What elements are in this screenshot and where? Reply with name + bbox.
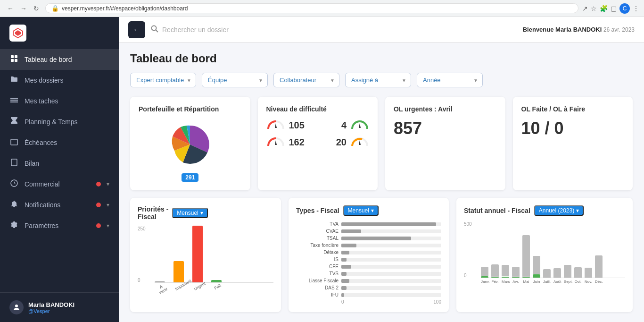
bar-dec — [595, 255, 603, 278]
svg-point-13 — [152, 25, 157, 30]
topbar: ← Rechercher un dossier Bienvenue Marla … — [119, 17, 644, 42]
bookmark-icon[interactable]: ☆ — [591, 3, 597, 14]
svg-marker-1 — [15, 30, 21, 36]
chart-statut-annuel: Statut annuel - Fiscal Annuel (2023) ▾ 5… — [456, 198, 633, 312]
user-info: Marla BANDOKI @Vesper — [28, 301, 74, 314]
hbar-liasse-fiscale: Liasse Fiscale — [296, 278, 441, 283]
pie-chart-container: 291 — [139, 119, 242, 182]
hbar-das2: DAS 2 — [296, 285, 441, 290]
sidebar-logo — [0, 17, 119, 49]
chart-priorities: Priorités -Fiscal Mensuel ▾ 250 0 — [130, 198, 281, 312]
sidebar-item-label: Planning & Temps — [25, 118, 109, 126]
commercial-icon — [9, 179, 19, 189]
hbar-taxe-fonciere: Taxe foncière — [296, 243, 441, 248]
ol-fait-value: 10 / 0 — [521, 119, 625, 138]
hbar-tvs: TVS — [296, 271, 441, 276]
address-bar[interactable]: 🔒 vesper.myvesper.fr/#/espace/obligation… — [45, 3, 578, 13]
pie-chart — [164, 119, 216, 170]
back-button[interactable]: ← — [128, 21, 145, 38]
chart-types-header: Types - Fiscal Mensuel ▾ — [296, 205, 441, 216]
sidebar-item-label: Commercial — [25, 180, 91, 188]
forward-nav-button[interactable]: → — [18, 4, 29, 13]
hbar-is: IS — [296, 257, 441, 262]
browser-bar: ← → ↻ 🔒 vesper.myvesper.fr/#/espace/obli… — [0, 0, 644, 17]
search-area[interactable]: Rechercher un dossier — [151, 25, 517, 34]
sidebar-item-parametres[interactable]: Paramètres ▾ — [0, 215, 119, 236]
hbar-chart: TVA CVAE TSAL Taxe foncière — [296, 221, 441, 305]
hbar-ifu: IFU — [296, 292, 441, 297]
browser-actions: ↗ ☆ 🧩 ▢ C ⋮ — [582, 3, 639, 14]
sidebar-item-mes-taches[interactable]: Mes taches — [0, 91, 119, 111]
filter-annee[interactable]: Année — [417, 73, 483, 87]
sidebar-item-echeances[interactable]: Échéances — [0, 132, 119, 153]
hbar-tsal: TSAL — [296, 236, 441, 241]
bar-mars — [502, 265, 509, 278]
svg-rect-6 — [10, 98, 18, 99]
bell-icon — [9, 200, 19, 210]
app-container: Tableau de bord Mes dossiers Mes taches — [0, 17, 644, 322]
extension-icon[interactable]: 🧩 — [600, 3, 608, 14]
svg-rect-8 — [10, 102, 18, 102]
filter-collaborateur[interactable]: Collaborateur — [273, 73, 339, 87]
types-mensuel-button[interactable]: Mensuel ▾ — [343, 205, 379, 216]
chart-types-title: Types - Fiscal — [296, 207, 339, 214]
bar-oct — [574, 267, 582, 278]
bar-avr — [512, 267, 520, 278]
search-icon — [151, 25, 158, 34]
svg-marker-18 — [275, 140, 277, 145]
logo-icon — [9, 25, 26, 42]
share-icon[interactable]: ↗ — [582, 3, 588, 14]
window-icon[interactable]: ▢ — [611, 3, 617, 14]
topbar-user-info: Bienvenue Marla BANDOKI 26 avr. 2023 — [523, 26, 635, 33]
sidebar-item-tableau-de-bord[interactable]: Tableau de bord — [0, 49, 119, 70]
filter-assigne-a[interactable]: Assigné à — [345, 73, 411, 87]
ol-urgentes-value: 857 — [394, 119, 497, 138]
filter-expert-comptable[interactable]: Expert comptable — [130, 73, 196, 87]
bar-juill — [543, 269, 551, 278]
priorities-chart-area: 250 0 — [138, 226, 273, 297]
x-axis-labels: A venir Important Urgent Fait — [155, 285, 273, 294]
card-ol-urgentes-title: OL urgentes : Avril — [394, 105, 497, 113]
main-content: ← Rechercher un dossier Bienvenue Marla … — [119, 17, 644, 322]
filters-row: Expert comptable Équipe Collaborateur As… — [130, 73, 633, 87]
annual-chart-area: 500 0 — [464, 221, 625, 292]
sidebar-item-mes-dossiers[interactable]: Mes dossiers — [0, 70, 119, 91]
priorities-mensuel-button[interactable]: Mensuel ▾ — [172, 208, 207, 218]
welcome-text: Bienvenue Marla BANDOKI — [523, 26, 602, 33]
gauge-icon-mixed-2 — [350, 136, 369, 149]
card-ol-urgentes: OL urgentes : Avril 857 — [385, 97, 505, 190]
sidebar-item-planning-temps[interactable]: Planning & Temps — [0, 111, 119, 132]
gauge-icon-green-1 — [350, 119, 369, 132]
chart-statut-header: Statut annuel - Fiscal Annuel (2023) ▾ — [464, 205, 625, 216]
svg-rect-5 — [15, 59, 17, 62]
date-text: 26 avr. 2023 — [603, 26, 635, 33]
annual-bars — [481, 221, 625, 278]
bar-urgent — [192, 226, 203, 282]
difficulte-value-2: 4 — [341, 120, 347, 131]
bar-janv — [481, 267, 488, 278]
bar-aout — [553, 268, 561, 278]
page-title: Tableau de bord — [130, 52, 633, 65]
difficulte-value-1: 105 — [289, 120, 305, 131]
svg-line-14 — [156, 30, 158, 32]
statut-annual-button[interactable]: Annuel (2023) ▾ — [534, 205, 584, 216]
chevron-down-icon: ▾ — [107, 181, 109, 187]
svg-marker-19 — [359, 140, 361, 145]
filter-equipe[interactable]: Équipe — [202, 73, 268, 87]
svg-marker-16 — [275, 123, 277, 128]
sidebar-item-commercial[interactable]: Commercial ▾ — [0, 174, 119, 195]
hourglass-icon — [9, 117, 19, 127]
sidebar-item-bilan[interactable]: Bilan — [0, 153, 119, 174]
card-difficulte-title: Niveau de difficulté — [266, 105, 370, 113]
card-portefeuille: Portefeuille et Répartition — [130, 97, 250, 190]
hbar-tva: TVA — [296, 221, 441, 227]
back-nav-button[interactable]: ← — [5, 4, 16, 13]
sidebar-item-notifications[interactable]: Notifications ▾ — [0, 195, 119, 215]
sidebar-footer: Marla BANDOKI @Vesper — [0, 292, 119, 322]
refresh-nav-button[interactable]: ↻ — [31, 4, 41, 13]
menu-icon[interactable]: ⋮ — [633, 3, 639, 14]
hbar-cvae: CVAE — [296, 229, 441, 234]
profile-icon[interactable]: C — [619, 3, 630, 14]
svg-point-12 — [15, 305, 18, 307]
avatar — [9, 300, 24, 314]
